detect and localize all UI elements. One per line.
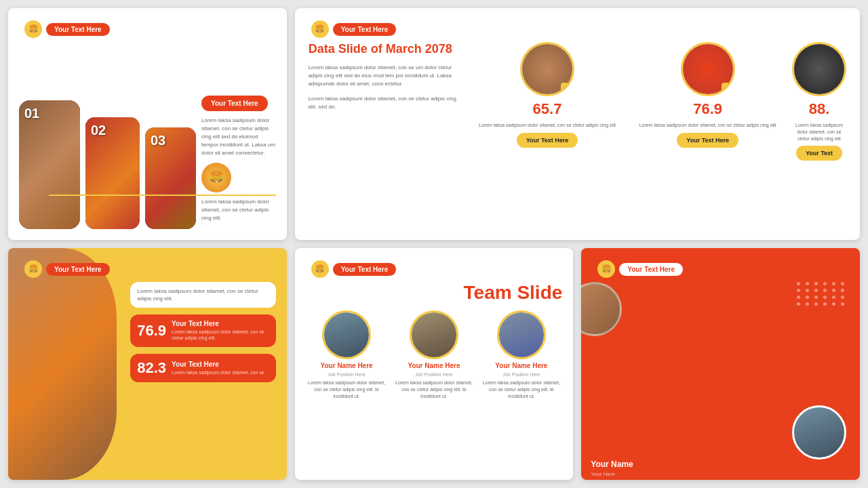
dot: [797, 282, 800, 285]
food-badge-1: [561, 83, 574, 96]
slide5-content: 🍔 Your Text Here Your Name Your Here: [581, 248, 860, 480]
metric-col-1: 65.7 Lorem laksa sadipsum dolor sitamet,…: [471, 42, 624, 226]
food-circle-3-img: [794, 44, 844, 94]
slide3-card: Lorem laksa sadipsum dolor sitamet, con …: [130, 282, 275, 308]
slide3-logo-icon: 🍔: [24, 260, 42, 278]
metric-col-3: 88. Lorem laksa sadipsum dolor sitamet, …: [792, 42, 846, 226]
phone-1: 01: [19, 100, 80, 229]
food-circle-1: [520, 42, 574, 96]
slide1-cta-button[interactable]: Your Text Here: [201, 96, 268, 111]
phone3-number: 03: [151, 133, 165, 148]
slide3-content: Lorem laksa sadipsum dolor sitamet, con …: [119, 248, 286, 480]
phone2-number: 02: [91, 123, 106, 138]
slide2-desc: Lorem laksa sadipsum dolor sitamet, con …: [309, 64, 458, 88]
dot: [806, 296, 809, 299]
dots-pattern: [797, 282, 846, 306]
dot: [841, 302, 844, 306]
member-desc-3: Lorem laksa sadipsum dolor sitamet, con …: [480, 380, 562, 399]
member-avatar-3: [497, 310, 546, 359]
slide3-stat-2: 82.3 Your Text Here Lorem laksa sadipsum…: [130, 354, 275, 382]
dot: [814, 296, 818, 299]
slide1-timeline: [49, 195, 276, 196]
dot: [814, 302, 818, 306]
slide1-header: 🍔 Your Text Here: [15, 14, 119, 45]
slide2-header-tag: Your Text Here: [333, 23, 397, 36]
slide5-name: Your Name: [591, 460, 633, 469]
metric-btn-2[interactable]: Your Text Here: [677, 133, 738, 148]
burger-icon: 🍔: [28, 24, 39, 34]
slide1-lorem1: Lorem laksa sadipsum dolor sitamet, con …: [201, 117, 276, 157]
slide1-logo-icon: 🍔: [24, 20, 42, 38]
dot: [841, 289, 844, 292]
slide-1: 🍔 Your Text Here 01 02 03 Your Text Here…: [8, 8, 287, 240]
slide5-logo-icon: 🍔: [597, 260, 615, 278]
slide1-right-panel: Your Text Here Lorem laksa sadipsum dolo…: [201, 96, 276, 229]
dot: [841, 296, 844, 299]
slide5-header-tag: Your Text Here: [619, 263, 683, 276]
slide2-desc2: Lorem laksa sadipsum dolor sitamet, con …: [309, 95, 458, 111]
slide5-header: 🍔 Your Text Here: [588, 253, 692, 285]
metric-num-1: 65.7: [533, 100, 562, 118]
member-desc-2: Lorem laksa sadipsum dolor sitamet, con …: [393, 380, 475, 399]
slide2-metrics: 65.7 Lorem laksa sadipsum dolor sitamet,…: [471, 42, 846, 226]
avatar-img-2: [412, 312, 456, 357]
slide-5: 🍔 Your Text Here Your Name Your Here: [581, 248, 860, 480]
slide4-header: 🍔 Your Text Here: [302, 253, 406, 285]
phone-2: 02: [85, 117, 140, 229]
slide4-logo-icon: 🍔: [311, 260, 329, 278]
member-pos-2: Job Position Here: [415, 372, 452, 377]
dot: [832, 282, 835, 285]
team-member-3: Your Name Here Job Position Here Lorem l…: [480, 310, 562, 399]
stat-right-2: Your Text Here Lorem laksa sadipsum dolo…: [172, 361, 264, 375]
slide5-position: Your Here: [591, 471, 615, 477]
phone1-number: 01: [24, 106, 39, 121]
dot: [823, 296, 827, 299]
metric-num-3: 88.: [809, 100, 830, 118]
slide5-avatar: [792, 405, 846, 460]
dot: [832, 289, 835, 292]
slide3-header: 🍔 Your Text Here: [15, 253, 119, 285]
stat-num-2: 82.3: [137, 359, 166, 377]
slide1-food-circle: 🍔: [201, 163, 231, 192]
member-name-3: Your Name Here: [495, 362, 547, 369]
metric-desc-1: Lorem laksa sadipsum dolor sitamet, con …: [479, 122, 616, 129]
food-circle-3: [792, 42, 846, 96]
team-member-2: Your Name Here Job Position Here Lorem l…: [393, 310, 475, 399]
slide4-header-tag: Your Text Here: [333, 263, 397, 276]
metric-desc-3: Lorem laksa sadipsum dolor sitamet, con …: [792, 122, 846, 142]
dot: [832, 296, 835, 299]
slide1-lorem2: Lorem laksa sadipsum dolor sitamet, con …: [201, 198, 276, 222]
dot: [814, 282, 818, 285]
slide2-logo-icon: 🍔: [311, 20, 329, 38]
dot: [823, 289, 827, 292]
dot: [814, 289, 818, 292]
dot: [797, 296, 800, 299]
stat-desc-2: Lorem laksa sadipsum dolor sitamet, con …: [172, 369, 264, 375]
slide3-card-text: Lorem laksa sadipsum dolor sitamet, con …: [137, 288, 258, 302]
burger-icon-2: 🍔: [315, 24, 325, 34]
member-name-2: Your Name Here: [408, 362, 460, 369]
dot: [806, 289, 809, 292]
dot: [806, 302, 809, 306]
burger-icon-3: 🍔: [28, 264, 39, 274]
dot: [832, 302, 835, 306]
stat-desc-1: Lorem laksa sadipsum dolor sitamet, con …: [172, 329, 269, 341]
member-avatar-1: [322, 310, 371, 359]
dot: [797, 302, 800, 306]
metric-btn-3[interactable]: Your Text: [796, 146, 842, 161]
metric-btn-1[interactable]: Your Text Here: [517, 133, 578, 148]
stat-right-1: Your Text Here Lorem laksa sadipsum dolo…: [172, 320, 269, 341]
slide3-stat-1: 76.9 Your Text Here Lorem laksa sadipsum…: [130, 314, 275, 346]
burger-icon-4: 🍔: [315, 264, 325, 274]
metric-col-2: 76.9 Lorem laksa sadipsum dolor sitamet,…: [631, 42, 784, 226]
food-circle-2: [681, 42, 735, 96]
stat-label-1: Your Text Here: [172, 320, 269, 327]
member-pos-1: Job Position Here: [328, 372, 365, 377]
metric-desc-2: Lorem laksa sadipsum dolor sitamet, con …: [639, 122, 776, 129]
dot: [823, 282, 827, 285]
slide3-bg: 🍔 Your Text Here Lorem laksa sadipsum do…: [8, 248, 287, 480]
slide3-header-tag: Your Text Here: [46, 263, 110, 276]
member-avatar-2: [410, 310, 458, 359]
slide-2: 🍔 Your Text Here Data Slide of March 207…: [295, 8, 860, 240]
slide5-food-circle: [581, 282, 622, 336]
